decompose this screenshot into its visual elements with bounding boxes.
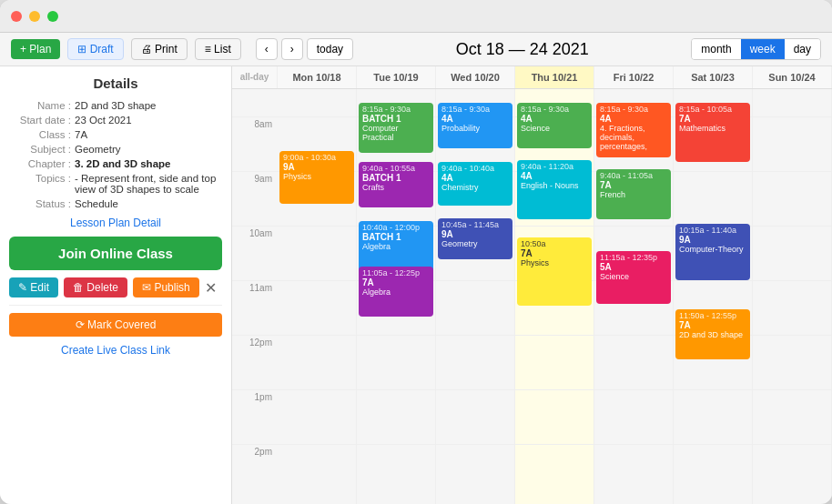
day-tue: 8:15a - 9:30a BATCH 1 Computer Practical… [357,89,436,504]
app-window: + Plan ⊞ Draft 🖨 Print ≡ List ‹ › today … [0,0,832,504]
event-mon-physics[interactable]: 9:00a - 10:30a 9A Physics [279,151,354,204]
calendar-body: 8am 9am 10am 11am 12pm 1pm 2pm 9:00a - 1… [232,89,832,504]
start-value: 23 Oct 2021 [75,115,132,126]
event-tue-algebra2[interactable]: 11:05a - 12:25p 7A Algebra [359,267,433,317]
detail-subject-row: Subject : Geometry [9,144,222,155]
close-button[interactable] [11,11,22,22]
main-content: Details Name : 2D and 3D shape Start dat… [0,66,832,504]
close-detail-button[interactable]: ✕ [205,279,217,297]
allday-label: all-day [232,66,278,88]
class-value: 7A [75,129,87,140]
event-fri-fractions[interactable]: 8:15a - 9:30a 4A 4. Fractions, decimals,… [596,103,671,157]
today-button[interactable]: today [307,38,353,60]
calendar: all-day Mon 10/18 Tue 10/19 Wed 10/20 Th… [232,66,832,504]
event-wed-geometry[interactable]: 10:45a - 11:45a 9A Geometry [438,218,512,259]
name-label: Name : [9,100,75,111]
event-sat-computer[interactable]: 10:15a - 11:40a 9A Computer-Theory [675,224,750,280]
print-button[interactable]: 🖨 Print [131,38,188,60]
status-label: Status : [9,198,75,209]
day-thu: 8:15a - 9:30a 4A Science 9:40a - 11:20a … [515,89,594,504]
day-sat: 8:15a - 10:05a 7A Mathematics 10:15a - 1… [674,89,753,504]
publish-button[interactable]: ✉ Publish [133,277,199,297]
time-column: 8am 9am 10am 11am 12pm 1pm 2pm [232,89,278,504]
day-wed: 8:15a - 9:30a 4A Probability 9:40a - 10:… [436,89,515,504]
minimize-button[interactable] [29,11,40,22]
detail-start-row: Start date : 23 Oct 2021 [9,115,222,126]
divider [9,305,222,306]
draft-button[interactable]: ⊞ Draft [67,38,123,60]
prev-button[interactable]: ‹ [256,38,278,60]
day-sun [753,89,832,504]
day-mon: 9:00a - 10:30a 9A Physics [278,89,357,504]
event-thu-physics[interactable]: 10:50a 7A Physics [517,237,592,306]
view-toggle: month week day [691,38,821,60]
time-2pm: 2pm [232,444,278,499]
col-sat: Sat 10/23 [674,66,753,88]
subject-value: Geometry [75,144,121,155]
event-wed-probability[interactable]: 8:15a - 9:30a 4A Probability [438,103,512,148]
lesson-plan-link[interactable]: Lesson Plan Detail [9,217,222,229]
detail-status-row: Status : Schedule [9,198,222,209]
col-wed: Wed 10/20 [436,66,515,88]
titlebar [0,0,832,33]
topics-label: Topics : [9,173,75,195]
maximize-button[interactable] [47,11,58,22]
col-fri: Fri 10/22 [594,66,674,88]
event-thu-science[interactable]: 8:15a - 9:30a 4A Science [517,103,592,148]
time-1pm: 1pm [232,389,278,444]
detail-chapter-row: Chapter : 3. 2D and 3D shape [9,158,222,169]
time-12pm: 12pm [232,335,278,389]
sidebar-title: Details [9,76,222,91]
event-thu-english[interactable]: 9:40a - 11:20a 4A English - Nouns [517,160,592,219]
join-online-class-button[interactable]: Join Online Class [9,237,222,270]
event-wed-chemistry[interactable]: 9:40a - 10:40a 4A Chemistry [438,162,512,206]
day-view-button[interactable]: day [785,39,820,59]
toolbar: + Plan ⊞ Draft 🖨 Print ≡ List ‹ › today … [0,33,832,66]
edit-button[interactable]: ✎ Edit [9,277,58,297]
event-fri-science[interactable]: 11:15a - 12:35p 5A Science [596,251,671,304]
event-fri-french[interactable]: 9:40a - 11:05a 7A French [596,169,671,219]
event-tue-crafts[interactable]: 9:40a - 10:55a BATCH 1 Crafts [359,162,433,207]
time-11am: 11am [232,280,278,335]
time-9am: 9am [232,171,278,226]
action-buttons: ✎ Edit 🗑 Delete ✉ Publish ✕ [9,277,222,297]
create-class-link[interactable]: Create Live Class Link [9,344,222,357]
event-tue-computer[interactable]: 8:15a - 9:30a BATCH 1 Computer Practical [359,103,433,153]
col-mon: Mon 10/18 [278,66,357,88]
chapter-value: 3. 2D and 3D shape [75,158,170,169]
chapter-label: Chapter : [9,158,75,169]
delete-button[interactable]: 🗑 Delete [64,277,127,297]
status-value: Schedule [75,198,118,209]
detail-class-row: Class : 7A [9,129,222,140]
topics-value: - Represent front, side and top view of … [75,173,222,195]
days-grid: 9:00a - 10:30a 9A Physics 8:15a - 9:30a … [278,89,832,504]
name-value: 2D and 3D shape [75,100,157,111]
list-button[interactable]: ≡ List [195,38,241,60]
event-sat-3d[interactable]: 11:50a - 12:55p 7A 2D and 3D shape [675,309,750,359]
calendar-header: all-day Mon 10/18 Tue 10/19 Wed 10/20 Th… [232,66,832,89]
subject-label: Subject : [9,144,75,155]
class-label: Class : [9,129,75,140]
next-button[interactable]: › [281,38,303,60]
col-sun: Sun 10/24 [753,66,832,88]
start-label: Start date : [9,115,75,126]
time-8am: 8am [232,116,278,171]
plan-button[interactable]: + Plan [11,39,60,59]
col-tue: Tue 10/19 [357,66,436,88]
detail-name-row: Name : 2D and 3D shape [9,100,222,111]
week-view-button[interactable]: week [741,39,785,59]
col-thu: Thu 10/21 [515,66,594,88]
month-view-button[interactable]: month [692,39,740,59]
event-sat-math[interactable]: 8:15a - 10:05a 7A Mathematics [675,103,750,162]
detail-topics-row: Topics : - Represent front, side and top… [9,173,222,195]
day-fri: 8:15a - 9:30a 4A 4. Fractions, decimals,… [594,89,674,504]
time-10am: 10am [232,226,278,280]
sidebar: Details Name : 2D and 3D shape Start dat… [0,66,232,504]
mark-covered-button[interactable]: ⟳ Mark Covered [9,313,222,337]
date-range: Oct 18 — 24 2021 [360,40,684,59]
